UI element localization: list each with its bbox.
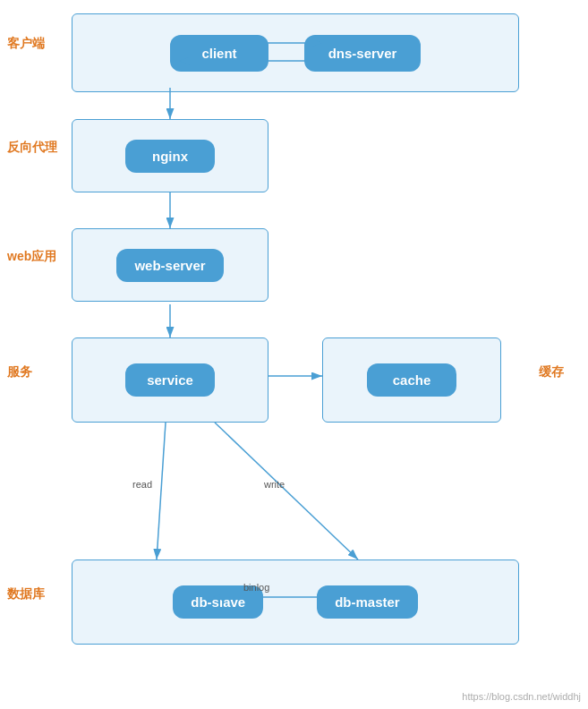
nginx-box-container: nginx	[72, 119, 268, 192]
web-server-node: web-server	[116, 249, 223, 282]
read-label: read	[132, 479, 152, 490]
section-client: 客户端 client dns-server	[0, 9, 573, 98]
service-node: service	[125, 363, 215, 397]
service-section-label: 服务	[7, 364, 32, 380]
nginx-section-label: 反向代理	[7, 140, 57, 156]
service-to-dbmaster-arrow	[215, 423, 358, 560]
service-box-container: service	[72, 337, 268, 423]
client-box-container: client dns-server	[72, 13, 519, 92]
write-label: write	[263, 479, 285, 490]
watermark: https://blog.csdn.net/widdhj	[462, 691, 581, 702]
diagram-container: 客户端 client dns-server 反向代理 nginx web应用 w…	[0, 0, 588, 709]
section-nginx: 反向代理 nginx	[0, 115, 573, 200]
client-node: client	[170, 35, 268, 72]
web-section-label: web应用	[7, 249, 56, 265]
section-web: web应用 web-server	[0, 224, 573, 309]
nginx-node: nginx	[125, 140, 215, 173]
section-db: 数据库 db-slave db-master	[0, 555, 573, 653]
cache-box-container: cache	[322, 337, 501, 423]
db-master-node: db-master	[317, 585, 418, 619]
db-section-label: 数据库	[7, 586, 45, 602]
section-service: 服务 service cache 缓存	[0, 333, 573, 431]
cache-section-label: 缓存	[539, 364, 564, 380]
cache-node: cache	[367, 363, 456, 397]
db-slave-node: db-slave	[173, 585, 263, 619]
client-section-label: 客户端	[7, 36, 45, 52]
service-to-dbslave-arrow	[157, 423, 166, 560]
db-box-container: db-slave db-master	[72, 560, 519, 645]
dns-server-node: dns-server	[304, 35, 421, 72]
web-box-container: web-server	[72, 228, 268, 302]
